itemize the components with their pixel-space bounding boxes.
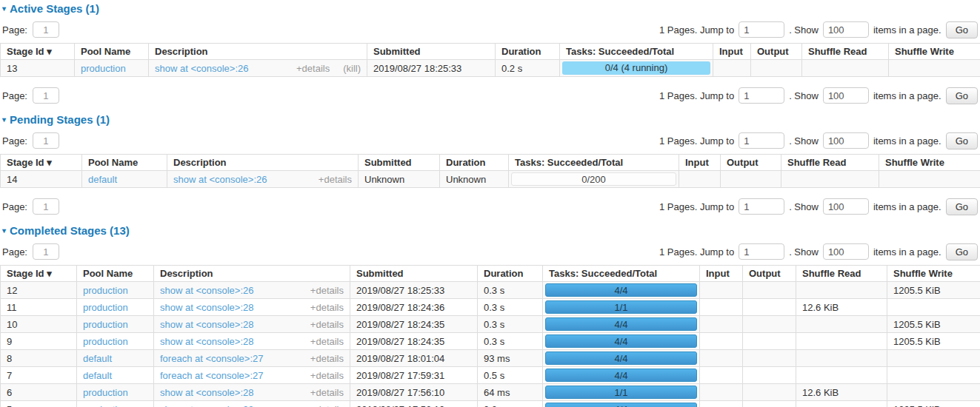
column-header-1[interactable]: Pool Name	[75, 44, 149, 60]
pool-name-link[interactable]: production	[83, 302, 128, 313]
column-header-3[interactable]: Submitted	[367, 44, 496, 60]
description-cell: show at <console>:26+details	[167, 171, 359, 188]
column-header-7[interactable]: Output	[721, 155, 781, 171]
show-items-input[interactable]	[823, 87, 869, 104]
column-header-4[interactable]: Duration	[440, 155, 509, 171]
header-row: Stage Id ▾Pool NameDescriptionSubmittedD…	[1, 44, 980, 60]
details-toggle[interactable]: +details	[310, 336, 344, 347]
description-link[interactable]: show at <console>:28	[160, 404, 253, 407]
go-button[interactable]: Go	[946, 198, 978, 215]
column-header-8[interactable]: Shuffle Read	[796, 266, 887, 282]
shuffle-write-cell	[887, 384, 980, 401]
description-extra: +details	[319, 174, 352, 185]
shuffle-read-cell	[796, 350, 887, 367]
jump-to-input[interactable]	[739, 21, 784, 38]
page-number-input[interactable]	[33, 21, 59, 38]
show-items-input[interactable]	[823, 243, 869, 260]
pool-name-link[interactable]: production	[83, 285, 128, 296]
description-link[interactable]: foreach at <console>:27	[160, 370, 264, 381]
column-header-5[interactable]: Tasks: Succeeded/Total	[509, 155, 679, 171]
output-cell	[743, 299, 796, 316]
description-link[interactable]: show at <console>:28	[160, 336, 253, 347]
jump-to-input[interactable]	[739, 243, 784, 260]
column-header-0[interactable]: Stage Id ▾	[1, 155, 82, 171]
pool-name-link[interactable]: default	[88, 174, 117, 185]
column-header-7[interactable]: Output	[751, 44, 802, 60]
pool-name-link[interactable]: production	[83, 387, 128, 398]
column-header-2[interactable]: Description	[154, 266, 350, 282]
column-header-9[interactable]: Shuffle Write	[887, 266, 980, 282]
column-header-2[interactable]: Description	[149, 44, 367, 60]
section-heading-pending[interactable]: ▾Pending Stages (1)	[2, 113, 980, 126]
column-header-3[interactable]: Submitted	[359, 155, 440, 171]
show-items-input[interactable]	[823, 132, 869, 149]
column-header-1[interactable]: Pool Name	[82, 155, 167, 171]
kill-link[interactable]: (kill)	[343, 63, 361, 74]
pool-name-link[interactable]: production	[83, 319, 128, 330]
section-heading-completed[interactable]: ▾Completed Stages (13)	[2, 224, 980, 237]
column-header-1[interactable]: Pool Name	[77, 266, 154, 282]
column-header-0[interactable]: Stage Id ▾	[1, 44, 75, 60]
page-number-input[interactable]	[33, 132, 59, 149]
column-header-0[interactable]: Stage Id ▾	[1, 266, 77, 282]
description-link[interactable]: show at <console>:28	[160, 302, 253, 313]
details-toggle[interactable]: +details	[310, 302, 344, 313]
pagination-left: Page:	[2, 198, 59, 215]
column-header-7[interactable]: Output	[743, 266, 796, 282]
details-toggle[interactable]: +details	[310, 404, 344, 407]
header-row: Stage Id ▾Pool NameDescriptionSubmittedD…	[1, 266, 980, 282]
shuffle-read-cell: 12.6 KiB	[796, 299, 887, 316]
page-number-input[interactable]	[33, 198, 59, 215]
column-header-5[interactable]: Tasks: Succeeded/Total	[560, 44, 713, 60]
pool-name-link[interactable]: default	[83, 353, 112, 364]
pool-name-link[interactable]: production	[83, 336, 128, 347]
pool-name-link[interactable]: production	[81, 63, 126, 74]
column-header-9[interactable]: Shuffle Write	[879, 155, 980, 171]
items-per-page-text: items in a page.	[873, 201, 941, 212]
column-header-6[interactable]: Input	[713, 44, 751, 60]
column-header-5[interactable]: Tasks: Succeeded/Total	[543, 266, 700, 282]
pool-name-link[interactable]: production	[83, 404, 128, 407]
description-link[interactable]: show at <console>:28	[160, 387, 253, 398]
description-link[interactable]: show at <console>:26	[155, 63, 248, 74]
description-link[interactable]: show at <console>:26	[173, 174, 267, 185]
page-number-input[interactable]	[33, 243, 59, 260]
column-header-8[interactable]: Shuffle Read	[802, 44, 889, 60]
column-header-2[interactable]: Description	[167, 155, 359, 171]
column-header-9[interactable]: Shuffle Write	[889, 44, 980, 60]
details-toggle[interactable]: +details	[296, 63, 330, 74]
details-toggle[interactable]: +details	[310, 353, 344, 364]
details-toggle[interactable]: +details	[310, 285, 344, 296]
jump-to-input[interactable]	[739, 87, 784, 104]
input-cell	[700, 367, 743, 384]
description-link[interactable]: show at <console>:26	[160, 285, 253, 296]
details-toggle[interactable]: +details	[310, 319, 344, 330]
description-link[interactable]: foreach at <console>:27	[160, 353, 264, 364]
page-number-input[interactable]	[33, 87, 59, 104]
jump-to-input[interactable]	[739, 198, 784, 215]
details-toggle[interactable]: +details	[310, 370, 344, 381]
details-toggle[interactable]: +details	[310, 387, 344, 398]
description-link[interactable]: show at <console>:28	[160, 319, 253, 330]
details-toggle[interactable]: +details	[319, 174, 352, 185]
column-header-6[interactable]: Input	[700, 266, 743, 282]
column-header-8[interactable]: Shuffle Read	[781, 155, 879, 171]
column-header-6[interactable]: Input	[679, 155, 721, 171]
section-heading-active[interactable]: ▾Active Stages (1)	[2, 2, 980, 15]
duration-cell: 93 ms	[478, 350, 543, 367]
go-button[interactable]: Go	[946, 21, 978, 38]
description-cell: show at <console>:26+details	[154, 282, 350, 299]
show-items-input[interactable]	[823, 21, 869, 38]
show-items-input[interactable]	[823, 198, 869, 215]
go-button[interactable]: Go	[946, 87, 978, 104]
column-header-4[interactable]: Duration	[478, 266, 543, 282]
stage-id-cell: 13	[1, 60, 75, 77]
jump-to-input[interactable]	[739, 132, 784, 149]
column-header-4[interactable]: Duration	[496, 44, 560, 60]
go-button[interactable]: Go	[946, 243, 978, 260]
output-cell	[721, 171, 781, 188]
column-header-3[interactable]: Submitted	[350, 266, 478, 282]
pool-name-link[interactable]: default	[83, 370, 112, 381]
submitted-cell: 2019/08/27 18:25:33	[350, 282, 478, 299]
go-button[interactable]: Go	[946, 132, 978, 149]
